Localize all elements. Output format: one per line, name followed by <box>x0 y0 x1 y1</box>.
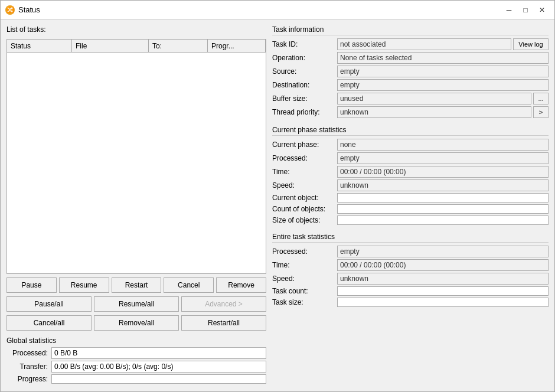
current-object-bar <box>337 193 549 202</box>
phase-time-row: Time: 00:00 / 00:00 (00:00) <box>272 166 549 178</box>
thread-priority-label: Thread priority: <box>272 108 337 116</box>
current-object-label: Current object: <box>272 194 337 202</box>
source-row: Source: empty <box>272 66 549 77</box>
global-stats-title: Global statistics <box>6 337 266 345</box>
phase-processed-value: empty <box>337 152 549 164</box>
entire-processed-label: Processed: <box>272 247 337 256</box>
main-content: List of tasks: Status File To: Progr... … <box>1 19 554 391</box>
task-size-bar <box>337 298 549 307</box>
button-row-2: Pause/all Resume/all Advanced > <box>6 296 266 312</box>
cancel-button[interactable]: Cancel <box>164 277 214 293</box>
stats-transfer-label: Transfer: <box>6 362 48 371</box>
buffer-size-row: Buffer size: unused ... <box>272 93 549 104</box>
tasks-label: List of tasks: <box>6 25 266 34</box>
remove-all-button[interactable]: Remove/all <box>94 315 179 331</box>
phase-processed-label: Processed: <box>272 154 337 162</box>
main-window: 🔀 Status ─ □ ✕ List of tasks: Status Fil… <box>0 0 555 392</box>
entire-time-value: 00:00 / 00:00 (00:00) <box>337 259 549 271</box>
size-objects-bar <box>337 215 549 225</box>
stats-transfer-value: 0.00 B/s (avg: 0.00 B/s); 0/s (avg: 0/s) <box>51 361 266 373</box>
pause-all-button[interactable]: Pause/all <box>6 296 92 312</box>
global-statistics: Global statistics Processed: 0 B/0 B Tra… <box>6 337 266 386</box>
right-panel: Task information Task ID: not associated… <box>272 25 549 386</box>
col-to-header: To: <box>149 40 208 52</box>
resume-all-button[interactable]: Resume/all <box>94 296 179 312</box>
task-list-header: Status File To: Progr... <box>7 40 266 53</box>
col-status-header: Status <box>7 40 72 52</box>
stats-processed-row: Processed: 0 B/0 B <box>6 347 266 359</box>
phase-processed-row: Processed: empty <box>272 152 549 164</box>
task-id-value-group: not associated View log <box>337 38 549 50</box>
entire-time-row: Time: 00:00 / 00:00 (00:00) <box>272 259 549 271</box>
maximize-button[interactable]: □ <box>518 3 533 17</box>
phase-speed-value: unknown <box>337 179 549 191</box>
current-phase-row: Current phase: none <box>272 139 549 151</box>
stats-processed-label: Processed: <box>6 349 48 357</box>
close-button[interactable]: ✕ <box>534 3 550 17</box>
title-buttons: ─ □ ✕ <box>501 3 550 17</box>
destination-label: Destination: <box>272 81 337 89</box>
entire-task-section: Entire task statistics Processed: empty … <box>272 233 549 309</box>
app-icon: 🔀 <box>5 5 15 15</box>
source-value: empty <box>337 66 549 77</box>
view-log-button[interactable]: View log <box>513 38 549 50</box>
buffer-size-label: Buffer size: <box>272 94 337 103</box>
operation-value: None of tasks selected <box>337 52 549 64</box>
minimize-button[interactable]: ─ <box>501 3 517 17</box>
buffer-size-button[interactable]: ... <box>533 93 549 104</box>
phase-time-label: Time: <box>272 168 337 176</box>
restart-all-button[interactable]: Restart/all <box>181 315 266 331</box>
task-id-label: Task ID: <box>272 40 337 48</box>
entire-speed-row: Speed: unknown <box>272 273 549 285</box>
resume-button[interactable]: Resume <box>59 277 109 293</box>
entire-time-label: Time: <box>272 261 337 269</box>
col-file-header: File <box>72 40 149 52</box>
destination-row: Destination: empty <box>272 79 549 91</box>
current-object-row: Current object: <box>272 193 549 202</box>
task-count-bar <box>337 286 549 296</box>
thread-priority-group: unknown > <box>337 106 549 118</box>
button-row-3: Cancel/all Remove/all Restart/all <box>6 315 266 331</box>
current-phase-title: Current phase statistics <box>272 126 549 136</box>
thread-priority-value: unknown <box>337 106 531 118</box>
task-list-body[interactable] <box>7 53 266 273</box>
phase-speed-row: Speed: unknown <box>272 179 549 191</box>
task-size-label: Task size: <box>272 298 337 306</box>
operation-row: Operation: None of tasks selected <box>272 52 549 64</box>
thread-priority-button[interactable]: > <box>533 106 549 118</box>
stats-progress-label: Progress: <box>6 375 48 383</box>
window-title: Status <box>18 5 501 14</box>
task-id-row: Task ID: not associated View log <box>272 38 549 50</box>
task-list-container[interactable]: Status File To: Progr... <box>6 39 266 274</box>
pause-button[interactable]: Pause <box>6 277 57 293</box>
task-count-row: Task count: <box>272 286 549 296</box>
entire-speed-value: unknown <box>337 273 549 285</box>
current-phase-label: Current phase: <box>272 141 337 149</box>
left-panel: List of tasks: Status File To: Progr... … <box>6 25 266 386</box>
entire-task-title: Entire task statistics <box>272 233 549 243</box>
button-row-1: Pause Resume Restart Cancel Remove <box>6 277 266 293</box>
stats-transfer-row: Transfer: 0.00 B/s (avg: 0.00 B/s); 0/s … <box>6 361 266 373</box>
entire-processed-row: Processed: empty <box>272 246 549 257</box>
entire-processed-value: empty <box>337 246 549 257</box>
advanced-button[interactable]: Advanced > <box>181 296 266 312</box>
stats-progress-row: Progress: <box>6 374 266 384</box>
task-size-row: Task size: <box>272 298 549 307</box>
title-bar: 🔀 Status ─ □ ✕ <box>1 1 554 19</box>
buffer-size-value: unused <box>337 93 531 104</box>
source-label: Source: <box>272 67 337 76</box>
task-information-section: Task information Task ID: not associated… <box>272 25 549 120</box>
current-phase-value: none <box>337 139 549 151</box>
task-count-label: Task count: <box>272 287 337 295</box>
destination-value: empty <box>337 79 549 91</box>
operation-label: Operation: <box>272 54 337 62</box>
cancel-all-button[interactable]: Cancel/all <box>6 315 92 331</box>
thread-priority-row: Thread priority: unknown > <box>272 106 549 118</box>
count-objects-bar <box>337 204 549 214</box>
phase-time-value: 00:00 / 00:00 (00:00) <box>337 166 549 178</box>
remove-button[interactable]: Remove <box>216 277 266 293</box>
size-objects-row: Size of objects: <box>272 215 549 225</box>
size-objects-label: Size of objects: <box>272 216 337 224</box>
restart-button[interactable]: Restart <box>112 277 162 293</box>
phase-speed-label: Speed: <box>272 181 337 190</box>
